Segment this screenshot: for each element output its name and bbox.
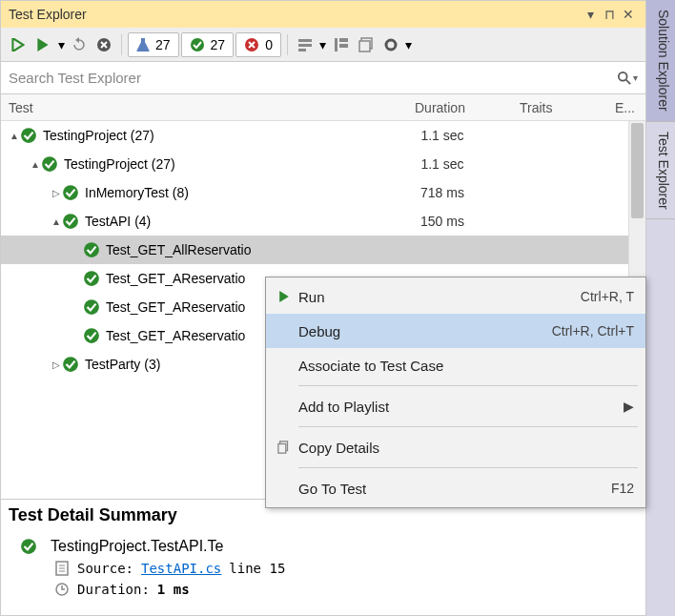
svg-point-16 [42, 156, 57, 172]
svg-rect-8 [339, 44, 348, 48]
scrollbar-thumb[interactable] [631, 123, 644, 218]
tree-label: TestAPI (4) [85, 214, 390, 229]
play-icon [36, 38, 50, 51]
check-circle-icon [62, 356, 79, 373]
side-tab-test-explorer[interactable]: Test Explorer [646, 122, 675, 220]
search-input[interactable] [9, 70, 618, 86]
context-menu-separator [298, 385, 638, 386]
counter-fail[interactable]: 0 [235, 32, 281, 57]
context-menu-item[interactable]: Go To TestF12 [266, 471, 645, 505]
check-circle-icon [41, 155, 58, 173]
flask-icon [136, 37, 150, 52]
tree-row[interactable]: ▲TestAPI (4)150 ms [1, 207, 628, 236]
stop-icon [96, 37, 112, 52]
context-menu-item[interactable]: RunCtrl+R, T [266, 279, 645, 314]
svg-point-15 [21, 128, 36, 143]
windows-button[interactable] [355, 33, 378, 56]
svg-rect-3 [298, 39, 312, 42]
counter-total[interactable]: 27 [128, 32, 179, 57]
run-icon [270, 291, 298, 302]
context-menu-separator [298, 467, 638, 468]
detail-fqname: TestingProject.TestAPI.Te [51, 538, 223, 555]
source-line: line 15 [229, 561, 285, 576]
dropdown-button[interactable]: ▾ [581, 7, 600, 22]
run-all-button[interactable] [7, 33, 30, 56]
search-button[interactable]: ▾ [618, 72, 638, 85]
source-label: Source: [77, 561, 133, 576]
svg-point-21 [84, 299, 99, 315]
svg-rect-31 [278, 444, 286, 454]
context-menu-item[interactable]: Associate to Test Case [266, 348, 645, 382]
tree-label: TestingProject (27) [43, 128, 390, 143]
svg-point-20 [84, 271, 99, 286]
playlist-dropdown[interactable]: ▾ [318, 33, 328, 56]
detail-source-row: Source: TestAPI.cs line 15 [9, 558, 638, 579]
column-test[interactable]: Test [1, 100, 407, 115]
pin-button[interactable]: ⊓ [600, 7, 619, 22]
copy-icon [270, 441, 298, 454]
gear-icon [383, 37, 399, 52]
group-button[interactable] [330, 33, 353, 56]
twisty-icon[interactable]: ▷ [51, 188, 62, 198]
context-menu-label: Copy Details [298, 440, 634, 456]
detail-body: TestingProject.TestAPI.Te Source: TestAP… [1, 531, 645, 615]
svg-point-1 [191, 38, 204, 51]
check-circle-icon [62, 184, 79, 201]
tree-duration: 718 ms [390, 185, 495, 200]
check-circle-icon [62, 213, 79, 230]
twisty-icon[interactable]: ▲ [30, 159, 41, 170]
check-circle-icon [20, 538, 37, 555]
column-duration[interactable]: Duration [407, 100, 512, 115]
duration-label: Duration: [77, 582, 150, 597]
separator [121, 34, 122, 55]
column-traits[interactable]: Traits [512, 100, 607, 115]
twisty-icon[interactable]: ▲ [51, 216, 62, 227]
check-circle-icon [190, 37, 205, 52]
source-link[interactable]: TestAPI.cs [141, 561, 221, 576]
playlist-button[interactable] [294, 33, 317, 56]
tree-label: TestingProject (27) [64, 156, 390, 172]
context-menu-item[interactable]: DebugCtrl+R, Ctrl+T [266, 314, 645, 348]
svg-rect-4 [298, 44, 312, 47]
tree-row[interactable]: ▲TestingProject (27)1.1 sec [1, 121, 628, 150]
play-outline-icon [11, 38, 25, 51]
check-circle-icon [83, 270, 100, 287]
close-button[interactable]: ✕ [619, 7, 638, 22]
run-dropdown[interactable]: ▾ [56, 33, 66, 56]
context-menu-item[interactable]: Copy Details [266, 430, 645, 464]
context-menu-label: Add to Playlist [298, 399, 624, 415]
search-row: ▾ [1, 62, 645, 94]
detail-fqname-row: TestingProject.TestAPI.Te [9, 535, 638, 558]
svg-rect-10 [359, 41, 370, 51]
side-tab-solution-explorer[interactable]: Solution Explorer [646, 0, 675, 122]
svg-point-24 [21, 539, 36, 554]
svg-point-13 [619, 72, 627, 80]
twisty-icon[interactable]: ▷ [51, 359, 62, 370]
counter-pass[interactable]: 27 [181, 32, 235, 57]
group-icon [334, 37, 349, 52]
check-circle-icon [83, 298, 100, 316]
svg-point-19 [84, 242, 99, 257]
separator [287, 34, 288, 55]
settings-dropdown[interactable]: ▾ [404, 33, 414, 56]
settings-button[interactable] [379, 33, 402, 56]
run-button[interactable] [31, 33, 54, 56]
check-circle-icon [83, 241, 100, 258]
context-menu: RunCtrl+R, TDebugCtrl+R, Ctrl+TAssociate… [265, 277, 646, 508]
tree-row[interactable]: ▲TestingProject (27)1.1 sec [1, 150, 628, 178]
tree-label: Test_GET_AllReservatio [106, 242, 390, 257]
tree-row[interactable]: ▷InMemoryTest (8)718 ms [1, 178, 628, 207]
playlist-icon [297, 37, 313, 52]
svg-line-14 [626, 79, 630, 83]
context-menu-item[interactable]: Add to Playlist▶ [266, 389, 645, 423]
context-menu-shortcut: Ctrl+R, Ctrl+T [552, 323, 634, 339]
context-menu-label: Debug [298, 323, 552, 339]
twisty-icon[interactable]: ▲ [9, 131, 20, 141]
detail-duration-row: Duration: 1 ms [9, 579, 638, 600]
stop-button[interactable] [92, 33, 115, 56]
repeat-button[interactable] [68, 33, 91, 56]
context-menu-shortcut: F12 [611, 481, 634, 496]
column-error[interactable]: E... [607, 100, 645, 115]
context-menu-label: Go To Test [298, 481, 611, 497]
tree-row[interactable]: Test_GET_AllReservatio [1, 236, 628, 264]
